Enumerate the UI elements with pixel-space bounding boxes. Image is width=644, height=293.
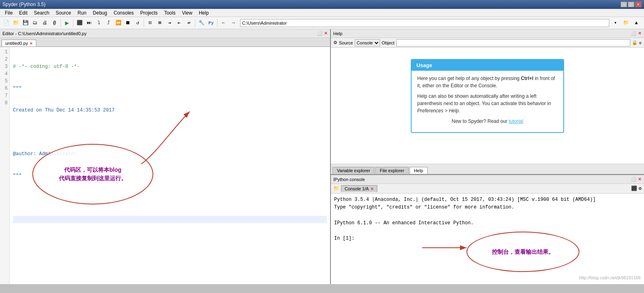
editor-close-button[interactable]: ✕ <box>324 31 328 36</box>
toolbar-separator-2 <box>73 19 73 27</box>
forward-button[interactable]: → <box>229 19 238 27</box>
object-label: Object <box>382 40 395 45</box>
tab-help[interactable]: Help <box>410 167 428 174</box>
stop-button[interactable]: ⏹ <box>123 19 132 27</box>
minimize-button[interactable]: ─ <box>621 2 627 7</box>
save-all-button[interactable]: 🗂 <box>31 19 40 27</box>
console-output-4: IPython 6.1.0 -- An enhanced Interactive… <box>334 219 641 227</box>
code-editor[interactable]: 1 2 3 4 5 6 7 8 # -*- coding: utf-8 -*- … <box>0 47 330 284</box>
menu-projects[interactable]: Projects <box>137 9 161 17</box>
editor-pane: Editor - C:\Users\Administrator\untitled… <box>0 29 331 284</box>
editor-path-label: Editor - C:\Users\Administrator\untitled… <box>2 31 86 36</box>
dedent-button[interactable]: ⇤ <box>175 19 184 27</box>
nav-up-button[interactable]: ▲ <box>632 19 641 27</box>
object-input[interactable] <box>396 39 630 46</box>
print-button[interactable]: 🖨 <box>40 19 49 27</box>
window-controls: ─ □ ✕ <box>621 2 642 7</box>
usage-body: Here you can get help of any object by p… <box>412 71 563 132</box>
code-line-6: """ <box>13 172 327 179</box>
help-content: Usage Here you can get help of any objec… <box>331 48 644 164</box>
menu-edit[interactable]: Edit <box>16 9 31 17</box>
menu-file[interactable]: File <box>2 9 16 17</box>
menu-help[interactable]: Help <box>196 9 212 17</box>
menu-bar: File Edit Search Source Run Debug Consol… <box>0 9 644 17</box>
menu-search[interactable]: Search <box>31 9 52 17</box>
code-line-7 <box>13 194 327 201</box>
email-button[interactable]: @ <box>50 19 59 27</box>
help-header-controls: ⬜ ✕ <box>631 31 642 36</box>
editor-tab-close[interactable]: ✕ <box>29 41 33 46</box>
code-line-4 <box>13 129 327 136</box>
conditional-bp-button[interactable]: ⊠ <box>155 19 164 27</box>
help-toolbar: ⚙ Source Console Editor Object 🔒 ≡ <box>331 38 644 48</box>
continue-button[interactable]: ⏩ <box>114 19 123 27</box>
gear-icon: ⚙ <box>333 40 337 45</box>
usage-text-3: New to Spyder? Read our tutorial <box>417 118 558 125</box>
console-pane-header: IPython console ⬜ ✕ <box>331 175 644 184</box>
editor-pane-header: Editor - C:\Users\Administrator\untitled… <box>0 29 330 38</box>
line-numbers: 1 2 3 4 5 6 7 8 <box>0 47 10 284</box>
editor-tab-untitled0[interactable]: untitled0.py ✕ <box>2 40 36 46</box>
menu-view[interactable]: View <box>179 9 196 17</box>
title-bar: Spyder (Python 3.5) ─ □ ✕ <box>0 0 644 9</box>
debug-button[interactable]: ⬛ <box>75 19 84 27</box>
toolbar-separator-4 <box>195 19 195 27</box>
step-into-button[interactable]: ⤵ <box>94 19 103 27</box>
console-tab[interactable]: Console 1/A ✕ <box>341 185 377 192</box>
menu-tools[interactable]: Tools <box>161 9 179 17</box>
back-button[interactable]: ← <box>219 19 228 27</box>
toolbar-separator-3 <box>144 19 144 27</box>
menu-run[interactable]: Run <box>74 9 90 17</box>
console-output-2: Type "copyright", "credits" or "license"… <box>334 204 641 211</box>
console-title: IPython console <box>333 177 365 182</box>
run-button[interactable]: ▶ <box>63 19 71 27</box>
menu-source[interactable]: Source <box>52 9 74 17</box>
new-file-button[interactable]: 📄 <box>2 19 10 27</box>
console-options-icon: ⬛ <box>631 185 637 192</box>
nav-folder-button[interactable]: 📁 <box>621 19 630 27</box>
open-file-button[interactable]: 📁 <box>11 19 20 27</box>
console-tab-close[interactable]: ✕ <box>370 187 374 191</box>
nav-dropdown-button[interactable]: ▾ <box>611 19 620 27</box>
console-tab-label: Console 1/A <box>345 186 369 191</box>
path-nav-bar: ▾ 📁 ▲ <box>238 19 642 27</box>
console-gear-icon: ⚙ <box>639 185 642 192</box>
indent-button[interactable]: ⇥ <box>165 19 174 27</box>
console-content[interactable]: Python 3.5.4 |Anaconda, Inc.| (default, … <box>331 194 644 284</box>
code-content[interactable]: # -*- coding: utf-8 -*- """ Created on T… <box>10 47 330 284</box>
python-button[interactable]: Py <box>207 19 215 27</box>
help-tabs: Variable explorer File explorer Help <box>331 164 644 174</box>
console-output-1: Python 3.5.4 |Anaconda, Inc.| (default, … <box>334 196 641 204</box>
tab-file-explorer[interactable]: File explorer <box>375 167 409 174</box>
maximize-button[interactable]: □ <box>628 2 634 7</box>
menu-consoles[interactable]: Consoles <box>110 9 137 17</box>
help-options-icon: ≡ <box>639 40 642 45</box>
code-line-3: Created on Thu Dec 14 14:35:53 2017 <box>13 107 327 114</box>
tab-variable-explorer[interactable]: Variable explorer <box>332 167 374 174</box>
console-float-button[interactable]: ⬜ <box>631 177 636 182</box>
code-line-1: # -*- coding: utf-8 -*- <box>13 63 327 70</box>
wrench-button[interactable]: 🔧 <box>197 19 206 27</box>
help-float-button[interactable]: ⬜ <box>631 31 636 36</box>
tutorial-link[interactable]: tutorial <box>509 118 523 124</box>
step-return-button[interactable]: ⤴ <box>104 19 113 27</box>
comment-button[interactable]: ⇌ <box>184 19 193 27</box>
help-title: Help <box>333 31 343 36</box>
code-line-2: """ <box>13 85 327 92</box>
path-input[interactable] <box>240 19 609 27</box>
breakpoint-button[interactable]: ⊡ <box>146 19 155 27</box>
console-close-button[interactable]: ✕ <box>638 177 642 182</box>
help-close-button[interactable]: ✕ <box>638 31 642 36</box>
annotation-console-text: 控制台，查看输出结果。 <box>492 247 554 256</box>
right-pane: Help ⬜ ✕ ⚙ Source Console Editor Object … <box>331 29 644 284</box>
usage-title: Usage <box>412 60 563 71</box>
step-button[interactable]: ⏭ <box>85 19 94 27</box>
source-select[interactable]: Console Editor <box>355 39 380 46</box>
close-button[interactable]: ✕ <box>635 2 642 7</box>
code-line-5: @author: Administrator <box>13 150 327 158</box>
refresh-button[interactable]: ↺ <box>133 19 142 27</box>
save-file-button[interactable]: 💾 <box>21 19 30 27</box>
menu-debug[interactable]: Debug <box>90 9 110 17</box>
editor-float-button[interactable]: ⬜ <box>317 31 322 36</box>
watermark: http://blog.csdn.net/jk98181166 <box>579 274 641 282</box>
